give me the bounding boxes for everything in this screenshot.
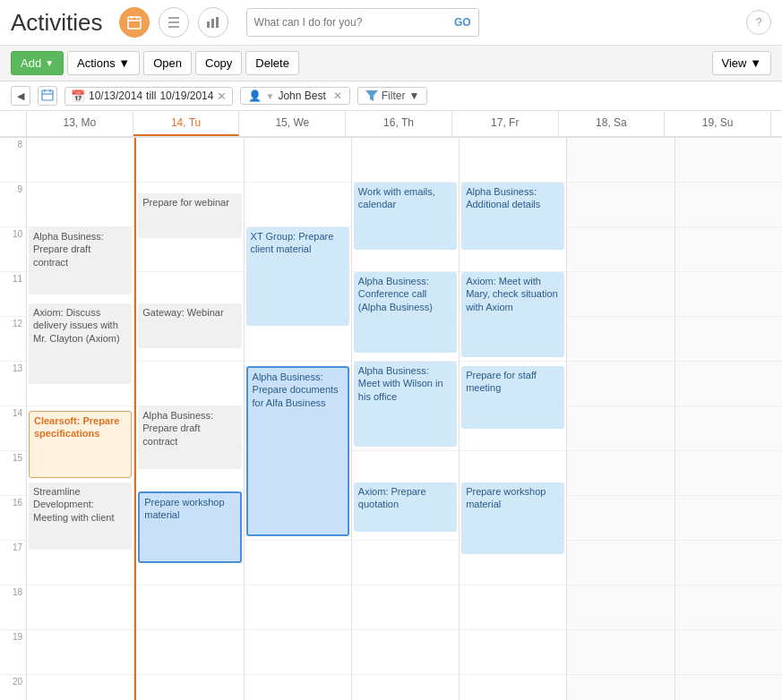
today-btn[interactable] xyxy=(38,86,57,106)
app-title: Activities xyxy=(11,9,103,37)
date-till-label: till xyxy=(146,90,156,102)
toolbar: Add ▼ Actions ▼ Open Copy Delete View ▼ xyxy=(0,46,782,81)
event-thu-4[interactable]: Axiom: Prepare quotation xyxy=(354,482,457,532)
time-column: 8 9 10 11 12 13 14 15 16 17 18 19 20 xyxy=(0,138,27,700)
chart-icon xyxy=(206,16,220,29)
list-icon xyxy=(167,16,181,29)
calendar-container: 13, Mo 14, Tu 15, We 16, Th 17, Fr 18, S… xyxy=(0,111,782,700)
svg-rect-9 xyxy=(216,17,219,28)
help-btn[interactable]: ? xyxy=(746,10,771,35)
prev-week-btn[interactable]: ◀ xyxy=(11,86,30,106)
date-range-filter[interactable]: 📅 10/13/2014 till 10/19/2014 ✕ xyxy=(64,87,233,106)
date-clear-btn[interactable]: ✕ xyxy=(217,90,227,103)
event-thu-1[interactable]: Work with emails, calendar xyxy=(354,183,457,250)
time-12: 12 xyxy=(0,317,26,362)
time-17: 17 xyxy=(0,541,26,585)
day-col-fri[interactable]: Alpha Business: Additional details Axiom… xyxy=(460,138,567,700)
actions-button[interactable]: Actions ▼ xyxy=(67,51,140,75)
filter-label: Filter xyxy=(382,90,406,102)
svg-rect-0 xyxy=(128,17,141,29)
app-header: Activities GO ? xyxy=(0,0,782,46)
copy-button[interactable]: Copy xyxy=(195,51,242,75)
day-header-mon: 13, Mo xyxy=(27,111,133,136)
event-thu-3[interactable]: Alpha Business: Meet with Wilson in his … xyxy=(354,362,457,447)
event-wed-1[interactable]: XT Group: Prepare client material xyxy=(246,227,349,326)
chart-view-btn[interactable] xyxy=(198,7,228,38)
day-header-sat: 18, Sa xyxy=(559,111,666,136)
filter-icon xyxy=(365,90,378,101)
day-col-thu[interactable]: Work with emails, calendar Alpha Busines… xyxy=(352,138,460,700)
days-grid: Alpha Business: Prepare draft contract A… xyxy=(27,138,782,700)
user-name: John Best xyxy=(278,90,325,102)
filter-button[interactable]: Filter ▼ xyxy=(357,87,428,105)
filter-bar: ◀ 📅 10/13/2014 till 10/19/2014 ✕ 👤 ▼ Joh… xyxy=(0,81,782,111)
time-14: 14 xyxy=(0,406,26,451)
time-16: 16 xyxy=(0,496,26,541)
user-clear-btn[interactable]: ✕ xyxy=(333,90,342,102)
svg-marker-14 xyxy=(365,90,378,101)
add-caret: ▼ xyxy=(45,58,54,68)
calendar-view-btn[interactable] xyxy=(119,7,150,38)
event-thu-2[interactable]: Alpha Business: Conference call (Alpha B… xyxy=(354,272,457,353)
day-header-fri: 17, Fr xyxy=(452,111,559,136)
delete-button[interactable]: Delete xyxy=(245,51,299,75)
event-mon-2[interactable]: Axiom: Discuss delivery issues with Mr. … xyxy=(29,303,132,384)
search-bar: GO xyxy=(246,8,479,37)
time-8: 8 xyxy=(0,138,26,183)
event-tue-1[interactable]: Prepare for webinar xyxy=(138,193,241,238)
time-11: 11 xyxy=(0,272,26,317)
list-view-btn[interactable] xyxy=(159,7,189,38)
event-mon-1[interactable]: Alpha Business: Prepare draft contract xyxy=(29,227,132,295)
today-calendar-icon xyxy=(41,90,54,102)
search-go-btn[interactable]: GO xyxy=(454,16,471,29)
add-button[interactable]: Add ▼ xyxy=(11,51,64,75)
svg-rect-8 xyxy=(211,19,214,28)
event-wed-2[interactable]: Alpha Business: Prepare documents for Al… xyxy=(246,366,349,536)
day-col-sun[interactable] xyxy=(675,138,782,700)
view-button[interactable]: View ▼ xyxy=(712,51,771,75)
event-fri-1[interactable]: Alpha Business: Additional details xyxy=(461,183,564,250)
user-filter[interactable]: 👤 ▼ John Best ✕ xyxy=(240,87,349,105)
event-mon-4[interactable]: Streamline Development: Meeting with cli… xyxy=(29,482,132,550)
day-header-sun: 19, Su xyxy=(665,111,771,136)
event-tue-4[interactable]: Prepare workshop material xyxy=(138,491,241,563)
day-header-tue: 14, Tu xyxy=(133,111,240,136)
date-to: 10/19/2014 xyxy=(159,90,213,102)
svg-rect-10 xyxy=(42,90,53,100)
date-from-icon: 📅 xyxy=(71,90,85,103)
date-from: 10/13/2014 xyxy=(89,90,142,102)
time-15: 15 xyxy=(0,451,26,496)
time-10: 10 xyxy=(0,227,26,272)
user-arrow: ▼ xyxy=(265,91,274,101)
time-18: 18 xyxy=(0,585,26,630)
day-header-thu: 16, Th xyxy=(346,111,452,136)
time-13: 13 xyxy=(0,362,26,406)
time-col-header xyxy=(0,111,27,136)
time-20: 20 xyxy=(0,675,26,700)
svg-rect-7 xyxy=(207,21,210,28)
calendar-icon xyxy=(127,15,142,30)
event-mon-3[interactable]: Clearsoft: Prepare specifications xyxy=(29,411,132,478)
event-tue-3[interactable]: Alpha Business: Prepare draft contract xyxy=(138,406,241,469)
event-fri-4[interactable]: Prepare workshop material xyxy=(461,482,564,554)
calendar-header: 13, Mo 14, Tu 15, We 16, Th 17, Fr 18, S… xyxy=(0,111,782,138)
calendar-body[interactable]: 8 9 10 11 12 13 14 15 16 17 18 19 20 Alp… xyxy=(0,138,782,700)
day-header-wed: 15, We xyxy=(239,111,346,136)
event-fri-2[interactable]: Axiom: Meet with Mary, check situation w… xyxy=(461,272,564,357)
day-col-wed[interactable]: XT Group: Prepare client material Alpha … xyxy=(245,138,352,700)
day-col-mon[interactable]: Alpha Business: Prepare draft contract A… xyxy=(27,138,134,700)
time-19: 19 xyxy=(0,630,26,675)
user-icon: 👤 xyxy=(248,90,262,102)
open-button[interactable]: Open xyxy=(143,51,192,75)
time-9: 9 xyxy=(0,183,26,227)
filter-caret: ▼ xyxy=(408,90,419,102)
day-col-sat[interactable] xyxy=(567,138,675,700)
day-col-tue[interactable]: Prepare for webinar Gateway: Webinar Alp… xyxy=(134,138,244,700)
chevron-left-icon: ◀ xyxy=(17,90,24,102)
event-fri-3[interactable]: Prepare for staff meeting xyxy=(461,366,564,429)
event-tue-2[interactable]: Gateway: Webinar xyxy=(138,303,241,348)
search-input[interactable] xyxy=(254,16,454,29)
